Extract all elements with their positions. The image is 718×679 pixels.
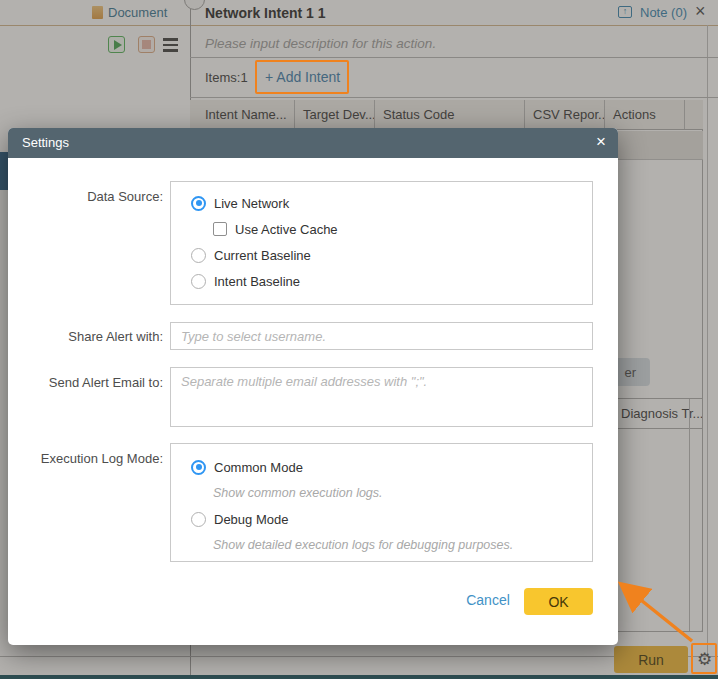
radio-debug-mode[interactable]: Debug Mode (191, 510, 288, 528)
settings-modal: Settings × Data Source: Live Network Use… (8, 128, 618, 645)
common-mode-description: Show common execution logs. (213, 486, 383, 500)
send-email-label: Send Alert Email to: (8, 375, 163, 390)
checkbox-use-active-cache[interactable]: Use Active Cache (213, 220, 338, 238)
app-window: Document Network Intent 1 1 ↑ Note (0) ×… (0, 0, 718, 679)
data-source-group: Live Network Use Active Cache Current Ba… (170, 181, 593, 305)
send-email-textarea[interactable] (170, 367, 593, 427)
debug-mode-description: Show detailed execution logs for debuggi… (213, 538, 513, 552)
radio-common-mode[interactable]: Common Mode (191, 458, 303, 476)
ok-button[interactable]: OK (524, 588, 593, 615)
modal-header: Settings × (8, 128, 618, 158)
modal-close-icon[interactable]: × (596, 132, 606, 152)
log-mode-group: Common Mode Show common execution logs. … (170, 443, 593, 562)
share-alert-input[interactable] (170, 322, 593, 350)
radio-icon (191, 460, 206, 475)
radio-current-baseline[interactable]: Current Baseline (191, 246, 311, 264)
radio-icon (191, 274, 206, 289)
log-mode-label: Execution Log Mode: (8, 451, 163, 466)
radio-icon (191, 512, 206, 527)
checkbox-icon (213, 222, 227, 236)
radio-intent-baseline[interactable]: Intent Baseline (191, 272, 300, 290)
cancel-button[interactable]: Cancel (460, 592, 516, 608)
radio-live-network[interactable]: Live Network (191, 194, 289, 212)
radio-icon (191, 196, 206, 211)
data-source-label: Data Source: (8, 189, 163, 204)
radio-icon (191, 248, 206, 263)
modal-title: Settings (22, 135, 69, 150)
share-alert-label: Share Alert with: (8, 329, 163, 344)
